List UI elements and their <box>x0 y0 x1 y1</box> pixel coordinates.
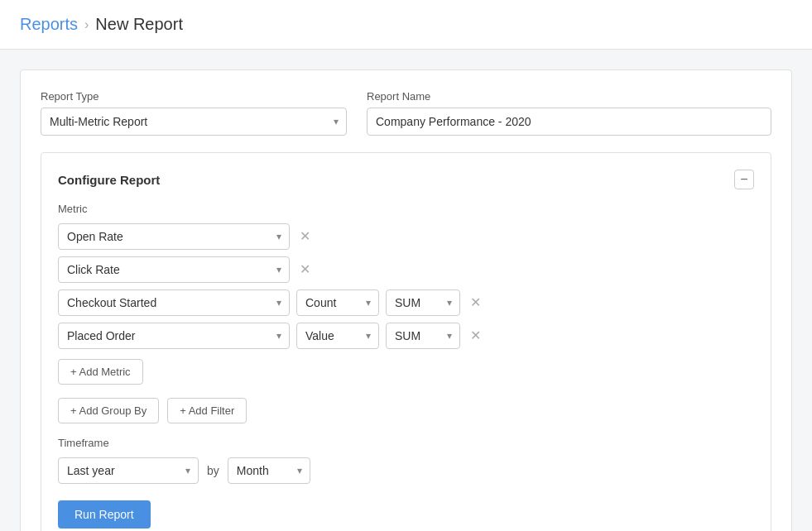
collapse-button[interactable]: − <box>734 170 754 189</box>
metric-row-3: Checkout Started Open Rate Click Rate Pl… <box>58 289 754 316</box>
metric-4-sum-wrapper: SUM AVG MIN MAX <box>386 323 460 349</box>
report-type-select-wrapper: Multi-Metric Report Single Metric Report… <box>41 108 347 136</box>
report-name-input[interactable] <box>367 108 771 136</box>
report-type-label: Report Type <box>41 90 347 103</box>
timeframe-section: Timeframe Last year Last month Last week… <box>58 437 754 484</box>
metric-3-agg-wrapper: Count Value Unique <box>296 289 379 316</box>
timeframe-select[interactable]: Last year Last month Last week This year… <box>58 457 199 484</box>
metric-3-agg-select[interactable]: Count Value Unique <box>296 289 379 316</box>
breadcrumb-chevron: › <box>84 17 89 32</box>
metric-1-select[interactable]: Open Rate Click Rate Checkout Started Pl… <box>58 223 290 250</box>
metric-4-select-wrapper: Placed Order Open Rate Click Rate Checko… <box>58 323 290 349</box>
metric-row-4: Placed Order Open Rate Click Rate Checko… <box>58 323 754 349</box>
configure-title: Configure Report <box>58 173 160 187</box>
metric-1-remove-button[interactable]: ✕ <box>296 227 314 246</box>
metric-section-label: Metric <box>58 203 754 215</box>
report-type-select[interactable]: Multi-Metric Report Single Metric Report… <box>41 108 347 136</box>
group-filter-row: + Add Group By + Add Filter <box>58 398 754 423</box>
metric-2-remove-button[interactable]: ✕ <box>296 260 314 280</box>
metric-3-select-wrapper: Checkout Started Open Rate Click Rate Pl… <box>58 289 290 316</box>
timeframe-select-wrapper: Last year Last month Last week This year… <box>58 457 199 484</box>
report-name-label: Report Name <box>367 90 771 103</box>
timeframe-row: Last year Last month Last week This year… <box>58 457 754 484</box>
metric-3-select[interactable]: Checkout Started Open Rate Click Rate Pl… <box>58 289 290 316</box>
period-select-wrapper: Month Week Day Quarter <box>228 457 310 484</box>
configure-header: Configure Report − <box>58 170 754 189</box>
add-group-by-button[interactable]: + Add Group By <box>58 398 159 423</box>
metric-row-1: Open Rate Click Rate Checkout Started Pl… <box>58 223 754 250</box>
run-report-button[interactable]: Run Report <box>58 500 151 529</box>
metric-4-sum-select[interactable]: SUM AVG MIN MAX <box>386 323 460 349</box>
page-content: Report Type Multi-Metric Report Single M… <box>0 50 812 531</box>
by-label: by <box>207 464 219 477</box>
metric-2-select[interactable]: Click Rate Open Rate Checkout Started Pl… <box>58 256 290 283</box>
add-metric-button[interactable]: + Add Metric <box>58 359 143 385</box>
metric-4-agg-select[interactable]: Value Count Unique <box>296 323 379 349</box>
metric-4-remove-button[interactable]: ✕ <box>467 326 484 346</box>
metric-2-select-wrapper: Click Rate Open Rate Checkout Started Pl… <box>58 256 290 283</box>
metric-4-agg-wrapper: Value Count Unique <box>296 323 379 349</box>
timeframe-label: Timeframe <box>58 437 754 449</box>
breadcrumb-current: New Report <box>95 15 183 34</box>
period-select[interactable]: Month Week Day Quarter <box>228 457 310 484</box>
metric-3-sum-wrapper: SUM AVG MIN MAX <box>386 289 460 316</box>
top-form-row: Report Type Multi-Metric Report Single M… <box>41 90 771 136</box>
metric-4-select[interactable]: Placed Order Open Rate Click Rate Checko… <box>58 323 290 349</box>
breadcrumb-parent[interactable]: Reports <box>20 15 78 34</box>
report-name-group: Report Name <box>367 90 771 136</box>
metric-row-2: Click Rate Open Rate Checkout Started Pl… <box>58 256 754 283</box>
metric-1-select-wrapper: Open Rate Click Rate Checkout Started Pl… <box>58 223 290 250</box>
configure-card: Configure Report − Metric Open Rate Clic… <box>41 152 771 531</box>
page-header: Reports › New Report <box>0 0 812 50</box>
report-type-group: Report Type Multi-Metric Report Single M… <box>41 90 347 136</box>
main-card: Report Type Multi-Metric Report Single M… <box>20 69 792 531</box>
add-filter-button[interactable]: + Add Filter <box>167 398 247 423</box>
metric-3-remove-button[interactable]: ✕ <box>467 293 484 313</box>
metric-3-sum-select[interactable]: SUM AVG MIN MAX <box>386 289 460 316</box>
